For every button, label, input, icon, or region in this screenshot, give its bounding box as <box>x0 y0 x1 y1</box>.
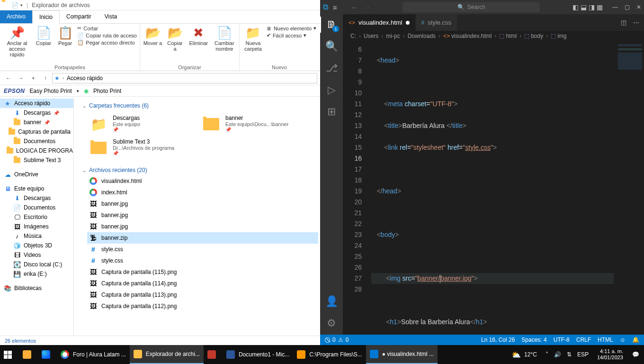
code-editor[interactable]: 6789101112131415161718192021222324252627… <box>343 41 644 335</box>
tree-item[interactable]: 🖼 Imágenes <box>0 222 73 231</box>
taskbar-button[interactable]: C:\Program Files\S... <box>293 345 366 364</box>
tab-vista[interactable]: Vista <box>98 10 124 23</box>
layout-left-icon[interactable]: ◧ <box>572 3 579 11</box>
pin-quick-access-button[interactable]: 📌 Anclar al acceso rápido <box>3 25 31 57</box>
breadcrumb-item[interactable]: <> visualindex.html <box>443 33 492 39</box>
tree-item[interactable]: 📄 Documentos <box>0 203 73 212</box>
taskbar-button[interactable]: ● visualindex.html ... <box>366 345 438 364</box>
breadcrumb-item[interactable]: ⬚ html <box>499 33 517 39</box>
minimap[interactable] <box>614 41 644 335</box>
tree-item[interactable]: ♪ Música <box>0 231 73 241</box>
frequent-folders-header[interactable]: ⌄ Carpetas frecuentes (6) <box>82 100 318 111</box>
breadcrumb-item[interactable]: C: <box>350 33 356 39</box>
easy-access-button[interactable]: ✔Fácil acceso ▾ <box>267 32 316 38</box>
new-folder-button[interactable]: 📁Nueva carpeta <box>242 25 264 52</box>
tree-item[interactable]: 🧊 Objetos 3D <box>0 241 73 250</box>
tree-item[interactable]: LOGICA DE PROGRAMACION <box>0 146 73 155</box>
layout-bottom-icon[interactable]: ⬓ <box>581 3 587 11</box>
recent-file-row[interactable]: 🖼 Captura de pantalla (112).png <box>87 300 318 312</box>
recent-file-row[interactable]: 🗜 banner.zip <box>87 232 318 244</box>
tree-item[interactable]: 🖵 Escritorio <box>0 212 73 222</box>
cut-button[interactable]: ✂Cortar <box>77 25 137 31</box>
breadcrumb-item[interactable]: ⬚ img <box>551 33 566 39</box>
address-bar[interactable]: ★ › Acceso rápido <box>52 73 317 83</box>
tree-libraries[interactable]: 📚 Bibliotecas <box>0 283 73 293</box>
windows-taskbar[interactable]: Foro | Alura Latam ... Explorador de arc… <box>0 345 644 364</box>
breadcrumb-item[interactable]: ⬚ body <box>524 33 543 39</box>
explorer-titlebar[interactable]: 📄 ▾ | Explorador de archivos <box>0 0 320 10</box>
forward-button[interactable]: → <box>15 73 27 84</box>
delete-button[interactable]: ✖Eliminar <box>188 25 210 46</box>
status-errors[interactable]: 0 ⚠0 <box>325 337 349 343</box>
tray-language[interactable]: ESP <box>577 351 589 358</box>
recent-file-row[interactable]: # style.css <box>87 255 318 266</box>
paste-shortcut-button[interactable]: 📋Pegar acceso directo <box>77 39 137 46</box>
search-activity-icon[interactable]: 🔍 <box>325 40 338 53</box>
split-editor-icon[interactable]: ◫ <box>621 19 626 26</box>
nav-back-button[interactable]: ← <box>351 4 358 11</box>
breadcrumb-item[interactable]: Downloads <box>408 33 436 39</box>
copy-button[interactable]: 📄 Copiar <box>34 25 53 46</box>
tree-item[interactable]: 💾 erika (E:) <box>0 269 73 279</box>
breadcrumb[interactable]: C:› Users› mi-pc› Downloads› <> visualin… <box>343 31 644 41</box>
status-feedback-icon[interactable]: ☺ <box>620 337 626 343</box>
recent-file-row[interactable]: 🖼 Captura de pantalla (115).png <box>87 266 318 278</box>
paste-button[interactable]: 📋 Pegar <box>56 25 75 46</box>
tree-item[interactable]: Sublime Text 3 <box>0 155 73 165</box>
status-language[interactable]: HTML <box>598 337 613 343</box>
menu-button[interactable]: ≡ <box>333 3 337 11</box>
recent-file-row[interactable]: index.html <box>87 187 318 198</box>
explorer-activity-icon[interactable]: 🗎1 <box>325 18 338 31</box>
tab-visualindex[interactable]: <> visualindex.html <box>343 14 416 31</box>
up-button[interactable]: ↑ <box>40 73 51 84</box>
layout-grid-icon[interactable]: ▦ <box>597 3 603 11</box>
history-dropdown[interactable]: ▾ <box>27 73 39 84</box>
tab-inicio[interactable]: Inicio <box>32 10 60 24</box>
tree-this-pc[interactable]: 🖥 Este equipo <box>0 184 73 193</box>
extensions-activity-icon[interactable]: ⊞ <box>325 105 338 118</box>
photo-print[interactable]: Photo Print <box>93 88 121 94</box>
taskbar-button[interactable]: Documento1 - Mic... <box>223 345 293 364</box>
taskbar-button[interactable] <box>19 345 38 364</box>
move-to-button[interactable]: 📂Mover a <box>143 25 162 46</box>
system-tray[interactable]: ˄ 🔊 ⇅ ESP <box>541 351 593 358</box>
action-center-button[interactable]: 💬 <box>627 345 644 364</box>
code-content[interactable]: <head> <meta charset="UTF-8"> <title>Bar… <box>369 41 614 335</box>
dropdown-icon[interactable]: ▾ <box>77 89 79 93</box>
back-button[interactable]: ← <box>3 73 14 84</box>
breadcrumb-item[interactable]: Users <box>364 33 378 39</box>
recent-file-row[interactable]: visualindex.html <box>87 175 318 187</box>
recent-file-row[interactable]: 🖼 Captura de pantalla (114).png <box>87 278 318 289</box>
tree-quick-access[interactable]: ★ Acceso rápido <box>0 99 73 108</box>
more-actions-icon[interactable]: ⋯ <box>633 19 639 26</box>
source-control-activity-icon[interactable]: ⎇ <box>325 62 338 75</box>
status-position[interactable]: Ln 16, Col 26 <box>481 337 515 343</box>
explorer-tree[interactable]: ★ Acceso rápido ⬇ Descargas 📌 banner 📌 C… <box>0 97 74 336</box>
taskbar-button[interactable]: Explorador de archi... <box>130 345 204 364</box>
tree-item[interactable]: Capturas de pantalla <box>0 127 73 136</box>
taskbar-button[interactable] <box>0 345 19 364</box>
frequent-folder-tile[interactable]: 📁 Descargas Este equipo 📌 <box>87 113 196 136</box>
status-notifications-icon[interactable]: 🔔 <box>632 337 639 343</box>
tab-compartir[interactable]: Compartir <box>60 10 98 23</box>
tree-item[interactable]: 🎞 Videos <box>0 250 73 260</box>
recent-file-row[interactable]: 🖼 banner.jpg <box>87 209 318 221</box>
qat-save-icon[interactable]: 📄 <box>11 2 18 9</box>
recent-files-header[interactable]: ⌄ Archivos recientes (20) <box>82 165 318 175</box>
minimize-button[interactable]: ― <box>612 4 618 10</box>
qat-dropdown-icon[interactable]: ▾ <box>20 3 23 8</box>
vscode-titlebar[interactable]: ⧉ ≡ ← → 🔍 Search ◧ ⬓ ◨ ▦ <box>320 0 644 14</box>
tab-archivo[interactable]: Archivo <box>0 10 32 23</box>
tray-network-icon[interactable]: ⇅ <box>567 351 572 358</box>
account-icon[interactable]: 👤 <box>325 295 338 308</box>
tree-onedrive[interactable]: ☁ OneDrive <box>0 170 73 179</box>
tree-item[interactable]: ⬇ Descargas <box>0 193 73 203</box>
layout-right-icon[interactable]: ◨ <box>589 3 595 11</box>
copy-to-button[interactable]: 📂Copiar a <box>165 25 185 52</box>
copy-path-button[interactable]: 📄Copiar ruta de acceso <box>77 32 137 38</box>
settings-gear-icon[interactable]: ⚙ <box>325 317 338 330</box>
tree-item[interactable]: ⬇ Descargas 📌 <box>0 108 73 118</box>
recent-file-row[interactable]: 🖼 banner.jpg <box>87 198 318 209</box>
close-button[interactable]: ✕ <box>636 4 641 10</box>
frequent-folder-tile[interactable]: banner Este equipo\Docu...\banner 📌 <box>200 113 309 136</box>
